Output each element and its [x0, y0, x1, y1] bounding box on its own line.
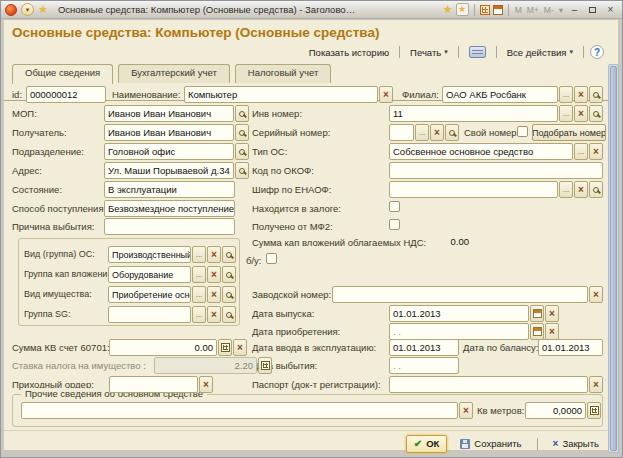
kv-sum-calc-button[interactable] — [218, 339, 232, 356]
factory-number-clear-button[interactable]: × — [589, 286, 603, 303]
name-field[interactable]: Компьютер × — [184, 86, 393, 103]
branch-clear-button[interactable]: × — [574, 86, 588, 103]
tab-tax[interactable]: Налоговый учет — [235, 64, 331, 83]
show-history-button[interactable]: Показать историю — [305, 46, 393, 59]
serial-number-choose-button[interactable]: ... — [415, 124, 429, 141]
property-kind-choose-button[interactable]: ... — [192, 286, 206, 303]
enaof-field[interactable]: ... × — [389, 181, 603, 198]
own-number-checkbox[interactable] — [517, 126, 528, 137]
save-button[interactable]: Сохранить — [453, 435, 528, 453]
maximize-button[interactable] — [585, 3, 600, 16]
mol-find-button[interactable] — [235, 105, 249, 122]
factory-number-field[interactable]: × — [332, 286, 603, 303]
sq-meters-field[interactable]: 0,0000 — [525, 402, 601, 419]
department-field[interactable]: Головной офис — [104, 143, 249, 160]
vertical-scrollbar[interactable] — [608, 64, 619, 453]
minimize-button[interactable]: – — [567, 3, 582, 16]
card-icon[interactable] — [465, 45, 490, 59]
inv-number-find-button[interactable] — [589, 105, 603, 122]
property-kind-field[interactable]: Приобретение основнь ... × — [108, 286, 236, 303]
memory-recall-button[interactable]: M — [514, 5, 523, 15]
pick-number-button[interactable]: Подобрать номер — [532, 124, 606, 141]
other-info-clear-button[interactable]: × — [459, 402, 473, 419]
group-sg-find-button[interactable] — [222, 306, 236, 323]
disposal-reason-field[interactable] — [104, 218, 235, 235]
os-type-choose-button[interactable]: ... — [574, 143, 588, 160]
passport-clear-button[interactable]: × — [589, 376, 603, 393]
memory-plus-button[interactable]: M+ — [526, 5, 540, 15]
sq-meters-calc-button[interactable] — [587, 402, 601, 419]
commissioning-date-field[interactable]: 01.01.2013 — [389, 339, 459, 356]
close-button[interactable]: × — [603, 3, 618, 16]
receipt-order-clear-button[interactable]: × — [199, 376, 213, 393]
release-date-clear-button[interactable]: × — [545, 305, 559, 322]
branch-field[interactable]: ОАО АКБ Росбанк ... × — [442, 86, 603, 103]
enaof-clear-button[interactable]: × — [574, 181, 588, 198]
group-sg-field[interactable]: ... × — [108, 306, 236, 323]
inv-number-field[interactable]: 11 ... × — [389, 105, 603, 122]
system-menu-button[interactable]: ▾ — [21, 3, 34, 16]
all-actions-button[interactable]: Все действия▾ — [503, 46, 577, 59]
serial-number-field[interactable]: ... × — [389, 124, 459, 141]
receiver-find-button[interactable] — [235, 124, 249, 141]
serial-number-find-button[interactable] — [445, 124, 459, 141]
purchase-date-field[interactable]: . . × — [389, 323, 559, 340]
receiver-field[interactable]: Иванов Иван Иванович — [104, 124, 249, 141]
close-form-button[interactable]: × Закрыть — [546, 435, 606, 453]
os-kind-group-clear-button[interactable]: × — [207, 246, 221, 263]
capital-group-choose-button[interactable]: ... — [192, 266, 206, 283]
group-sg-clear-button[interactable]: × — [207, 306, 221, 323]
favorites-panel-icon[interactable]: ★ — [456, 3, 469, 16]
help-button[interactable]: ? — [590, 45, 604, 59]
capital-group-find-button[interactable] — [222, 266, 236, 283]
add-favorite-icon[interactable]: ★ — [443, 3, 453, 16]
os-kind-group-field[interactable]: Производственный и х ... × — [108, 246, 236, 263]
inv-number-clear-button[interactable]: × — [574, 105, 588, 122]
group-sg-choose-button[interactable]: ... — [192, 306, 206, 323]
os-kind-group-find-button[interactable] — [222, 246, 236, 263]
passport-field[interactable]: × — [389, 376, 603, 393]
print-button[interactable]: Печать▾ — [406, 46, 452, 59]
balance-date-field[interactable]: 01.01.2013 — [538, 339, 603, 356]
favorites-star-icon[interactable]: ★ — [38, 3, 48, 16]
mol-field[interactable]: Иванов Иван Иванович — [104, 105, 249, 122]
id-field[interactable]: 000000012 — [26, 86, 106, 103]
branch-find-button[interactable] — [589, 86, 603, 103]
from-mf2-checkbox[interactable] — [389, 219, 400, 230]
disposal-date-field[interactable]: . . — [389, 357, 459, 374]
ok-button[interactable]: ✔ ОК — [406, 435, 448, 453]
inv-number-choose-button[interactable]: ... — [559, 105, 573, 122]
receipt-method-field[interactable]: Безвозмездное поступление — [104, 200, 235, 217]
property-kind-clear-button[interactable]: × — [207, 286, 221, 303]
name-clear-button[interactable]: × — [379, 86, 393, 103]
release-date-field[interactable]: 01.01.2013 × — [389, 305, 559, 322]
receipt-order-field[interactable]: × — [109, 376, 213, 393]
titlebar-overflow-button[interactable]: ▾ — [558, 5, 564, 15]
release-date-calendar-button[interactable] — [530, 305, 544, 322]
memory-minus-button[interactable]: M- — [543, 5, 555, 15]
kv-sum-clear-button[interactable]: × — [233, 339, 247, 356]
pledged-checkbox[interactable] — [389, 201, 400, 212]
address-find-button[interactable] — [235, 162, 249, 179]
state-field[interactable]: В эксплуатации — [104, 181, 235, 198]
tab-general[interactable]: Общие сведения — [12, 64, 113, 84]
scrollbar-thumb[interactable] — [610, 66, 617, 451]
os-type-field[interactable]: Собсвенное основное средство ... × — [389, 143, 603, 160]
property-kind-find-button[interactable] — [222, 286, 236, 303]
calculator-icon[interactable] — [480, 5, 490, 15]
enaof-find-button[interactable] — [589, 181, 603, 198]
used-checkbox[interactable] — [266, 253, 277, 264]
tab-accounting[interactable]: Бухгалтерский учет — [118, 64, 230, 83]
department-find-button[interactable] — [235, 143, 249, 160]
kv-sum-field[interactable]: 0.00 × — [109, 339, 247, 356]
okof-field[interactable] — [389, 162, 603, 179]
address-field[interactable]: Ул. Маши Порываевой д.34 — [104, 162, 249, 179]
purchase-date-clear-button[interactable]: × — [545, 323, 559, 340]
serial-number-clear-button[interactable]: × — [430, 124, 444, 141]
capital-group-clear-button[interactable]: × — [207, 266, 221, 283]
enaof-choose-button[interactable]: ... — [559, 181, 573, 198]
branch-choose-button[interactable]: ... — [559, 86, 573, 103]
os-kind-group-choose-button[interactable]: ... — [192, 246, 206, 263]
os-type-clear-button[interactable]: × — [589, 143, 603, 160]
capital-group-field[interactable]: Оборудование ... × — [108, 266, 236, 283]
